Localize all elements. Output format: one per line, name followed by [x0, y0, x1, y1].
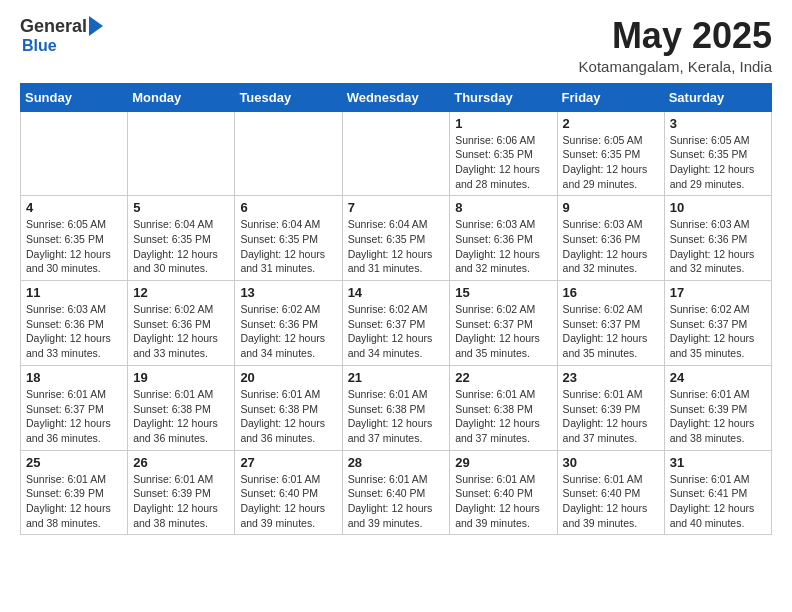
logo-arrow-icon [89, 16, 103, 36]
calendar-cell: 14Sunrise: 6:02 AMSunset: 6:37 PMDayligh… [342, 281, 450, 366]
day-number: 29 [455, 455, 551, 470]
day-info: Sunrise: 6:01 AMSunset: 6:41 PMDaylight:… [670, 472, 766, 531]
day-info: Sunrise: 6:01 AMSunset: 6:40 PMDaylight:… [455, 472, 551, 531]
calendar-cell: 7Sunrise: 6:04 AMSunset: 6:35 PMDaylight… [342, 196, 450, 281]
calendar-cell: 23Sunrise: 6:01 AMSunset: 6:39 PMDayligh… [557, 365, 664, 450]
day-number: 19 [133, 370, 229, 385]
calendar-week-row: 1Sunrise: 6:06 AMSunset: 6:35 PMDaylight… [21, 111, 772, 196]
day-info: Sunrise: 6:01 AMSunset: 6:38 PMDaylight:… [455, 387, 551, 446]
logo: General Blue [20, 16, 103, 55]
calendar-table: SundayMondayTuesdayWednesdayThursdayFrid… [20, 83, 772, 536]
day-header-monday: Monday [128, 83, 235, 111]
day-info: Sunrise: 6:01 AMSunset: 6:40 PMDaylight:… [348, 472, 445, 531]
header: General Blue May 2025 Kotamangalam, Kera… [20, 16, 772, 75]
day-info: Sunrise: 6:01 AMSunset: 6:38 PMDaylight:… [348, 387, 445, 446]
calendar-cell: 5Sunrise: 6:04 AMSunset: 6:35 PMDaylight… [128, 196, 235, 281]
day-number: 17 [670, 285, 766, 300]
day-number: 5 [133, 200, 229, 215]
calendar-cell: 29Sunrise: 6:01 AMSunset: 6:40 PMDayligh… [450, 450, 557, 535]
calendar-cell: 6Sunrise: 6:04 AMSunset: 6:35 PMDaylight… [235, 196, 342, 281]
calendar-cell: 13Sunrise: 6:02 AMSunset: 6:36 PMDayligh… [235, 281, 342, 366]
month-title: May 2025 [579, 16, 772, 56]
day-number: 15 [455, 285, 551, 300]
logo-blue-text: Blue [22, 37, 57, 55]
day-info: Sunrise: 6:01 AMSunset: 6:39 PMDaylight:… [670, 387, 766, 446]
day-number: 8 [455, 200, 551, 215]
day-header-saturday: Saturday [664, 83, 771, 111]
day-number: 10 [670, 200, 766, 215]
day-number: 13 [240, 285, 336, 300]
calendar-cell: 18Sunrise: 6:01 AMSunset: 6:37 PMDayligh… [21, 365, 128, 450]
day-number: 11 [26, 285, 122, 300]
day-info: Sunrise: 6:05 AMSunset: 6:35 PMDaylight:… [26, 217, 122, 276]
page: General Blue May 2025 Kotamangalam, Kera… [0, 0, 792, 551]
day-info: Sunrise: 6:01 AMSunset: 6:38 PMDaylight:… [133, 387, 229, 446]
day-info: Sunrise: 6:02 AMSunset: 6:36 PMDaylight:… [133, 302, 229, 361]
day-info: Sunrise: 6:02 AMSunset: 6:36 PMDaylight:… [240, 302, 336, 361]
calendar-week-row: 4Sunrise: 6:05 AMSunset: 6:35 PMDaylight… [21, 196, 772, 281]
day-number: 20 [240, 370, 336, 385]
day-header-thursday: Thursday [450, 83, 557, 111]
calendar-cell: 2Sunrise: 6:05 AMSunset: 6:35 PMDaylight… [557, 111, 664, 196]
calendar-cell: 11Sunrise: 6:03 AMSunset: 6:36 PMDayligh… [21, 281, 128, 366]
day-number: 21 [348, 370, 445, 385]
day-number: 16 [563, 285, 659, 300]
calendar-cell: 12Sunrise: 6:02 AMSunset: 6:36 PMDayligh… [128, 281, 235, 366]
day-info: Sunrise: 6:05 AMSunset: 6:35 PMDaylight:… [563, 133, 659, 192]
day-number: 27 [240, 455, 336, 470]
day-number: 18 [26, 370, 122, 385]
calendar-cell: 16Sunrise: 6:02 AMSunset: 6:37 PMDayligh… [557, 281, 664, 366]
calendar-cell: 20Sunrise: 6:01 AMSunset: 6:38 PMDayligh… [235, 365, 342, 450]
day-number: 9 [563, 200, 659, 215]
day-info: Sunrise: 6:01 AMSunset: 6:37 PMDaylight:… [26, 387, 122, 446]
calendar-cell: 10Sunrise: 6:03 AMSunset: 6:36 PMDayligh… [664, 196, 771, 281]
day-number: 3 [670, 116, 766, 131]
calendar-cell: 21Sunrise: 6:01 AMSunset: 6:38 PMDayligh… [342, 365, 450, 450]
calendar-cell [342, 111, 450, 196]
calendar-cell: 3Sunrise: 6:05 AMSunset: 6:35 PMDaylight… [664, 111, 771, 196]
day-header-wednesday: Wednesday [342, 83, 450, 111]
day-info: Sunrise: 6:05 AMSunset: 6:35 PMDaylight:… [670, 133, 766, 192]
calendar-cell: 30Sunrise: 6:01 AMSunset: 6:40 PMDayligh… [557, 450, 664, 535]
calendar-week-row: 18Sunrise: 6:01 AMSunset: 6:37 PMDayligh… [21, 365, 772, 450]
day-info: Sunrise: 6:04 AMSunset: 6:35 PMDaylight:… [348, 217, 445, 276]
day-number: 1 [455, 116, 551, 131]
day-info: Sunrise: 6:02 AMSunset: 6:37 PMDaylight:… [455, 302, 551, 361]
day-info: Sunrise: 6:01 AMSunset: 6:39 PMDaylight:… [563, 387, 659, 446]
calendar-cell: 22Sunrise: 6:01 AMSunset: 6:38 PMDayligh… [450, 365, 557, 450]
day-info: Sunrise: 6:06 AMSunset: 6:35 PMDaylight:… [455, 133, 551, 192]
day-info: Sunrise: 6:02 AMSunset: 6:37 PMDaylight:… [348, 302, 445, 361]
day-number: 12 [133, 285, 229, 300]
day-number: 6 [240, 200, 336, 215]
calendar-cell: 15Sunrise: 6:02 AMSunset: 6:37 PMDayligh… [450, 281, 557, 366]
calendar-cell: 8Sunrise: 6:03 AMSunset: 6:36 PMDaylight… [450, 196, 557, 281]
day-info: Sunrise: 6:01 AMSunset: 6:38 PMDaylight:… [240, 387, 336, 446]
calendar-week-row: 25Sunrise: 6:01 AMSunset: 6:39 PMDayligh… [21, 450, 772, 535]
calendar-cell [128, 111, 235, 196]
calendar-cell: 28Sunrise: 6:01 AMSunset: 6:40 PMDayligh… [342, 450, 450, 535]
day-number: 4 [26, 200, 122, 215]
day-number: 28 [348, 455, 445, 470]
day-info: Sunrise: 6:01 AMSunset: 6:39 PMDaylight:… [133, 472, 229, 531]
calendar-cell: 4Sunrise: 6:05 AMSunset: 6:35 PMDaylight… [21, 196, 128, 281]
calendar-cell: 1Sunrise: 6:06 AMSunset: 6:35 PMDaylight… [450, 111, 557, 196]
calendar-cell: 19Sunrise: 6:01 AMSunset: 6:38 PMDayligh… [128, 365, 235, 450]
day-number: 31 [670, 455, 766, 470]
calendar-cell: 24Sunrise: 6:01 AMSunset: 6:39 PMDayligh… [664, 365, 771, 450]
calendar-cell: 9Sunrise: 6:03 AMSunset: 6:36 PMDaylight… [557, 196, 664, 281]
calendar-cell: 31Sunrise: 6:01 AMSunset: 6:41 PMDayligh… [664, 450, 771, 535]
calendar-cell: 27Sunrise: 6:01 AMSunset: 6:40 PMDayligh… [235, 450, 342, 535]
location: Kotamangalam, Kerala, India [579, 58, 772, 75]
day-info: Sunrise: 6:01 AMSunset: 6:40 PMDaylight:… [240, 472, 336, 531]
day-info: Sunrise: 6:03 AMSunset: 6:36 PMDaylight:… [26, 302, 122, 361]
day-info: Sunrise: 6:03 AMSunset: 6:36 PMDaylight:… [455, 217, 551, 276]
day-number: 22 [455, 370, 551, 385]
day-header-sunday: Sunday [21, 83, 128, 111]
day-info: Sunrise: 6:02 AMSunset: 6:37 PMDaylight:… [563, 302, 659, 361]
calendar-header-row: SundayMondayTuesdayWednesdayThursdayFrid… [21, 83, 772, 111]
calendar-cell: 26Sunrise: 6:01 AMSunset: 6:39 PMDayligh… [128, 450, 235, 535]
title-block: May 2025 Kotamangalam, Kerala, India [579, 16, 772, 75]
day-info: Sunrise: 6:01 AMSunset: 6:39 PMDaylight:… [26, 472, 122, 531]
day-info: Sunrise: 6:04 AMSunset: 6:35 PMDaylight:… [133, 217, 229, 276]
day-info: Sunrise: 6:01 AMSunset: 6:40 PMDaylight:… [563, 472, 659, 531]
